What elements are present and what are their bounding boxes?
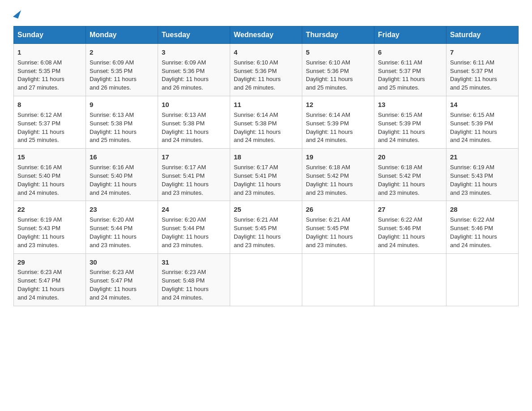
day-number: 13 (378, 100, 442, 110)
day-info: Sunrise: 6:21 AMSunset: 5:45 PMDaylight:… (306, 216, 353, 248)
day-cell: 19Sunrise: 6:18 AMSunset: 5:42 PMDayligh… (302, 149, 374, 201)
day-info: Sunrise: 6:23 AMSunset: 5:47 PMDaylight:… (90, 269, 137, 301)
day-number: 16 (90, 152, 154, 162)
day-info: Sunrise: 6:11 AMSunset: 5:37 PMDaylight:… (378, 59, 425, 91)
day-number: 19 (306, 152, 370, 162)
day-cell (230, 253, 302, 306)
header-tuesday: Tuesday (158, 26, 230, 44)
day-info: Sunrise: 6:15 AMSunset: 5:39 PMDaylight:… (378, 111, 425, 144)
day-info: Sunrise: 6:19 AMSunset: 5:43 PMDaylight:… (17, 216, 64, 248)
day-number: 11 (234, 100, 298, 110)
day-cell: 2Sunrise: 6:09 AMSunset: 5:35 PMDaylight… (86, 44, 158, 96)
day-number: 8 (17, 100, 82, 110)
day-info: Sunrise: 6:14 AMSunset: 5:38 PMDaylight:… (234, 111, 281, 144)
day-number: 12 (306, 100, 370, 110)
day-number: 14 (450, 100, 515, 110)
header-wednesday: Wednesday (230, 26, 302, 44)
day-cell: 21Sunrise: 6:19 AMSunset: 5:43 PMDayligh… (446, 149, 519, 201)
day-number: 26 (306, 205, 370, 214)
page-header (13, 9, 519, 17)
day-number: 10 (162, 100, 226, 110)
day-cell: 15Sunrise: 6:16 AMSunset: 5:40 PMDayligh… (14, 149, 86, 201)
day-cell: 10Sunrise: 6:13 AMSunset: 5:38 PMDayligh… (158, 96, 230, 149)
day-number: 21 (450, 152, 515, 162)
day-cell: 20Sunrise: 6:18 AMSunset: 5:42 PMDayligh… (374, 149, 446, 201)
day-cell: 11Sunrise: 6:14 AMSunset: 5:38 PMDayligh… (230, 96, 302, 149)
week-row-1: 1Sunrise: 6:08 AMSunset: 5:35 PMDaylight… (14, 44, 519, 96)
day-info: Sunrise: 6:22 AMSunset: 5:46 PMDaylight:… (450, 216, 497, 248)
day-number: 25 (234, 205, 298, 214)
day-info: Sunrise: 6:23 AMSunset: 5:47 PMDaylight:… (17, 269, 64, 301)
day-cell: 13Sunrise: 6:15 AMSunset: 5:39 PMDayligh… (374, 96, 446, 149)
day-info: Sunrise: 6:09 AMSunset: 5:36 PMDaylight:… (162, 59, 209, 91)
day-number: 1 (17, 47, 82, 57)
day-cell: 17Sunrise: 6:17 AMSunset: 5:41 PMDayligh… (158, 149, 230, 201)
day-number: 30 (90, 257, 154, 267)
header-thursday: Thursday (302, 26, 374, 44)
day-info: Sunrise: 6:15 AMSunset: 5:39 PMDaylight:… (450, 111, 497, 144)
day-cell: 28Sunrise: 6:22 AMSunset: 5:46 PMDayligh… (446, 201, 519, 253)
header-monday: Monday (86, 26, 158, 44)
day-number: 27 (378, 205, 442, 214)
week-row-3: 15Sunrise: 6:16 AMSunset: 5:40 PMDayligh… (14, 149, 519, 201)
day-cell: 29Sunrise: 6:23 AMSunset: 5:47 PMDayligh… (14, 253, 86, 306)
day-number: 31 (162, 257, 226, 267)
week-row-5: 29Sunrise: 6:23 AMSunset: 5:47 PMDayligh… (14, 253, 519, 306)
logo (13, 9, 20, 17)
day-info: Sunrise: 6:16 AMSunset: 5:40 PMDaylight:… (90, 164, 137, 196)
day-number: 22 (17, 205, 82, 214)
day-number: 23 (90, 205, 154, 214)
week-row-4: 22Sunrise: 6:19 AMSunset: 5:43 PMDayligh… (14, 201, 519, 253)
day-cell: 27Sunrise: 6:22 AMSunset: 5:46 PMDayligh… (374, 201, 446, 253)
day-number: 24 (162, 205, 226, 214)
day-cell: 12Sunrise: 6:14 AMSunset: 5:39 PMDayligh… (302, 96, 374, 149)
day-cell: 23Sunrise: 6:20 AMSunset: 5:44 PMDayligh… (86, 201, 158, 253)
day-info: Sunrise: 6:20 AMSunset: 5:44 PMDaylight:… (162, 216, 209, 248)
header-saturday: Saturday (446, 26, 519, 44)
day-cell: 7Sunrise: 6:11 AMSunset: 5:37 PMDaylight… (446, 44, 519, 96)
day-info: Sunrise: 6:20 AMSunset: 5:44 PMDaylight:… (90, 216, 137, 248)
calendar-table: SundayMondayTuesdayWednesdayThursdayFrid… (13, 26, 519, 306)
day-info: Sunrise: 6:08 AMSunset: 5:35 PMDaylight:… (17, 59, 64, 91)
day-number: 6 (378, 47, 442, 57)
day-cell: 16Sunrise: 6:16 AMSunset: 5:40 PMDayligh… (86, 149, 158, 201)
header-friday: Friday (374, 26, 446, 44)
logo-triangle-icon (13, 9, 21, 19)
day-cell: 1Sunrise: 6:08 AMSunset: 5:35 PMDaylight… (14, 44, 86, 96)
day-cell (302, 253, 374, 306)
day-info: Sunrise: 6:16 AMSunset: 5:40 PMDaylight:… (17, 164, 64, 196)
day-number: 18 (234, 152, 298, 162)
day-info: Sunrise: 6:17 AMSunset: 5:41 PMDaylight:… (162, 164, 209, 196)
day-cell (374, 253, 446, 306)
day-number: 17 (162, 152, 226, 162)
day-info: Sunrise: 6:09 AMSunset: 5:35 PMDaylight:… (90, 59, 137, 91)
day-number: 7 (450, 47, 515, 57)
day-number: 29 (17, 257, 82, 267)
day-cell: 4Sunrise: 6:10 AMSunset: 5:36 PMDaylight… (230, 44, 302, 96)
day-number: 20 (378, 152, 442, 162)
day-cell: 26Sunrise: 6:21 AMSunset: 5:45 PMDayligh… (302, 201, 374, 253)
day-cell: 31Sunrise: 6:23 AMSunset: 5:48 PMDayligh… (158, 253, 230, 306)
day-info: Sunrise: 6:19 AMSunset: 5:43 PMDaylight:… (450, 164, 497, 196)
day-info: Sunrise: 6:11 AMSunset: 5:37 PMDaylight:… (450, 59, 497, 91)
day-info: Sunrise: 6:10 AMSunset: 5:36 PMDaylight:… (234, 59, 281, 91)
day-number: 15 (17, 152, 82, 162)
day-info: Sunrise: 6:13 AMSunset: 5:38 PMDaylight:… (90, 111, 137, 144)
day-number: 5 (306, 47, 370, 57)
day-number: 3 (162, 47, 226, 57)
day-info: Sunrise: 6:13 AMSunset: 5:38 PMDaylight:… (162, 111, 209, 144)
day-info: Sunrise: 6:22 AMSunset: 5:46 PMDaylight:… (378, 216, 425, 248)
day-cell: 30Sunrise: 6:23 AMSunset: 5:47 PMDayligh… (86, 253, 158, 306)
day-cell: 9Sunrise: 6:13 AMSunset: 5:38 PMDaylight… (86, 96, 158, 149)
day-info: Sunrise: 6:10 AMSunset: 5:36 PMDaylight:… (306, 59, 353, 91)
day-number: 2 (90, 47, 154, 57)
day-cell: 14Sunrise: 6:15 AMSunset: 5:39 PMDayligh… (446, 96, 519, 149)
day-cell: 22Sunrise: 6:19 AMSunset: 5:43 PMDayligh… (14, 201, 86, 253)
day-cell: 8Sunrise: 6:12 AMSunset: 5:37 PMDaylight… (14, 96, 86, 149)
day-number: 4 (234, 47, 298, 57)
day-cell: 18Sunrise: 6:17 AMSunset: 5:41 PMDayligh… (230, 149, 302, 201)
day-cell (446, 253, 519, 306)
day-info: Sunrise: 6:12 AMSunset: 5:37 PMDaylight:… (17, 111, 64, 144)
calendar-header-row: SundayMondayTuesdayWednesdayThursdayFrid… (14, 26, 519, 44)
day-cell: 3Sunrise: 6:09 AMSunset: 5:36 PMDaylight… (158, 44, 230, 96)
